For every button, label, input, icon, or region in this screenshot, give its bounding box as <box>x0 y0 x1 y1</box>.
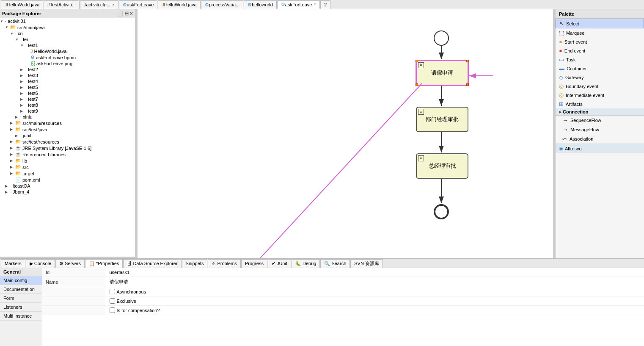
tab-search[interactable]: 🔍 Search <box>320 259 350 268</box>
palette-container[interactable]: ▬ Container <box>556 64 644 73</box>
tab-servers[interactable]: ⚙ Servers <box>55 259 85 268</box>
palette-association[interactable]: ⤺ Association <box>556 134 644 144</box>
tab-process-varia[interactable]: ⚙ processVaria... <box>201 0 244 9</box>
tab-progress[interactable]: Progress <box>241 259 267 268</box>
minimize-icon[interactable]: ⬜ <box>117 11 123 17</box>
props-row-compensation: Is for compensation? <box>42 306 644 315</box>
palette-intermediate-event[interactable]: ◎ Intermediate event <box>556 91 644 100</box>
tree-item[interactable]: ▶ ☕ Referenced Libraries <box>0 151 135 158</box>
alfresco-section[interactable]: ◉ Alfresco <box>556 144 644 153</box>
servers-icon: ⚙ <box>59 261 63 266</box>
tree-item[interactable]: ▶ · test3 <box>0 72 135 78</box>
palette-message-flow[interactable]: → MessageFlow <box>556 125 644 134</box>
tree-item[interactable]: ▶ · test7 <box>0 96 135 102</box>
bpmn-canvas[interactable]: ≡ 请假申请 ≡ 部门经理审批 ≡ 总经理审批 <box>138 9 553 258</box>
palette-artifacts[interactable]: ⊞ Artifacts <box>556 100 644 108</box>
task-node-3[interactable]: ≡ 总经理审批 <box>416 153 468 179</box>
async-checkbox[interactable] <box>110 289 115 294</box>
tree-item[interactable]: ▼ · activiti01 <box>0 18 135 24</box>
tree-icon: · <box>25 97 27 102</box>
horizontal-sash[interactable] <box>0 257 135 258</box>
palette-marquee[interactable]: ⬚ Marquee <box>556 28 644 37</box>
tab-debug[interactable]: 🐛 Debug <box>292 259 320 268</box>
palette-end-event[interactable]: ● End event <box>556 46 644 55</box>
tab-problems[interactable]: ⚠ Problems <box>208 259 240 268</box>
tree-item[interactable]: ▼ · cn <box>0 30 135 36</box>
tree-item[interactable]: ⚙ askForLeave.bpmn <box>0 54 135 61</box>
tab-snippets[interactable]: Snippets <box>182 259 208 268</box>
palette-select[interactable]: ↖ Select <box>556 19 644 28</box>
tree-item[interactable]: ▶ · Jbpm_4 <box>0 189 135 195</box>
tab-ask-for-leave-active[interactable]: ⚙ askForLeave × <box>277 0 320 9</box>
tab-hello-world-1[interactable]: J HelloWorld.java <box>1 0 43 9</box>
tree-item[interactable]: ▶ · test8 <box>0 102 135 108</box>
end-event[interactable] <box>434 204 449 219</box>
tree-item[interactable]: ▶ · junit <box>0 133 135 138</box>
tab-2[interactable]: 2 <box>320 0 330 9</box>
resize-handle-tr[interactable] <box>466 60 469 62</box>
tree-arrow: ▼ <box>0 19 4 23</box>
tab-activiti-cfg[interactable]: J activiti.cfg... × <box>80 0 118 9</box>
tab-junit[interactable]: ✔ JUnit <box>268 259 291 268</box>
tree-item[interactable]: ▶ · test2 <box>0 66 135 72</box>
tab-console[interactable]: ▶ Console <box>26 259 55 268</box>
props-nav-form[interactable]: Form <box>0 294 42 303</box>
palette-start-event[interactable]: ● Start event <box>556 37 644 46</box>
resize-handle-tl[interactable] <box>416 60 418 62</box>
props-row-id: Id usertask1 <box>42 268 644 277</box>
tree-item[interactable]: ▶ 📂 target <box>0 170 135 177</box>
tree-item[interactable]: ▶ 📂 src/test/java <box>0 126 135 133</box>
tree-item[interactable]: ▶ · test5 <box>0 84 135 90</box>
start-event[interactable] <box>434 30 449 46</box>
tree-item[interactable]: ▶ · test9 <box>0 108 135 114</box>
props-nav-main-config[interactable]: Main config <box>0 276 42 285</box>
tab-ask-for-leave-1[interactable]: ⚙ askForLeave <box>119 0 158 9</box>
close-icon[interactable]: × <box>130 11 133 17</box>
tree-icon: 📂 <box>15 127 21 132</box>
tree-item[interactable]: ▼ 📂 src/main/java <box>0 24 135 30</box>
resize-handle-bl[interactable] <box>416 83 418 86</box>
exclusive-checkbox[interactable] <box>110 298 115 304</box>
problems-icon: ⚠ <box>212 261 216 266</box>
tab-hello-world-2[interactable]: J HelloWorld.java <box>158 0 200 9</box>
palette-connection-section[interactable]: Connection <box>556 108 644 116</box>
task-node-1[interactable]: ≡ 请假申请 <box>416 60 468 86</box>
compensation-checkbox[interactable] <box>110 307 115 313</box>
tree-item[interactable]: ▶ · xiniu <box>0 114 135 120</box>
tree-item[interactable]: ▶ · test4 <box>0 78 135 84</box>
tree-item[interactable]: ▶ 📂 src/test/resources <box>0 138 135 145</box>
tree-item[interactable]: ▶ 📂 lib <box>0 158 135 164</box>
palette-task[interactable]: ▭ Task <box>556 55 644 64</box>
maximize-icon[interactable]: ⊟ <box>124 11 129 17</box>
resize-handle-br[interactable] <box>466 83 469 86</box>
tree-item[interactable]: ▼ · test1 <box>0 42 135 48</box>
tab-svn[interactable]: SVN 资源库 <box>350 259 383 268</box>
props-nav-listeners[interactable]: Listeners <box>0 303 42 312</box>
palette-boundary-event[interactable]: ◎ Boundary event <box>556 82 644 91</box>
tree-item[interactable]: ▶ ☕ JRE System Library [JavaSE-1.6] <box>0 145 135 151</box>
tree-item[interactable]: J HelloWorld.java <box>0 48 135 54</box>
tree-item[interactable]: ▶ · ltcastOA <box>0 183 135 189</box>
tree-item[interactable]: 📄 pom.xml <box>0 177 135 183</box>
props-nav-multi-instance[interactable]: Multi instance <box>0 312 42 321</box>
props-nav-documentation[interactable]: Documentation <box>0 285 42 294</box>
tree-item[interactable]: ▶ 📂 src <box>0 164 135 170</box>
tab-markers[interactable]: Markers <box>1 259 25 268</box>
palette-gateway[interactable]: ◇ Gateway <box>556 73 644 82</box>
palette-sequence-flow[interactable]: → SequenceFlow <box>556 116 644 125</box>
tab-test-activiti[interactable]: J TestActiviti... <box>44 0 80 9</box>
tree-arrow: ▼ <box>10 32 14 36</box>
close-icon[interactable]: × <box>112 3 115 7</box>
tree-item[interactable]: ▶ 📂 src/main/resources <box>0 120 135 126</box>
task-node-2[interactable]: ≡ 部门经理审批 <box>416 107 468 132</box>
end-event-icon: ● <box>559 47 562 54</box>
tab-helloworld[interactable]: ⚙ helloworld <box>244 0 277 9</box>
close-icon[interactable]: × <box>314 2 316 7</box>
tab-data-source-explorer[interactable]: 🗄 Data Source Explorer <box>123 259 181 268</box>
tree-item[interactable]: ▶ · test6 <box>0 90 135 96</box>
tree-item[interactable]: ▼ · fei <box>0 36 135 42</box>
tree-item[interactable]: 🖼 askForLeave.png <box>0 61 135 66</box>
tree-label: junit <box>23 133 31 138</box>
tab-properties[interactable]: 📋 *Properties <box>85 259 123 268</box>
properties-panel: General Main config Documentation Form L… <box>0 268 644 346</box>
